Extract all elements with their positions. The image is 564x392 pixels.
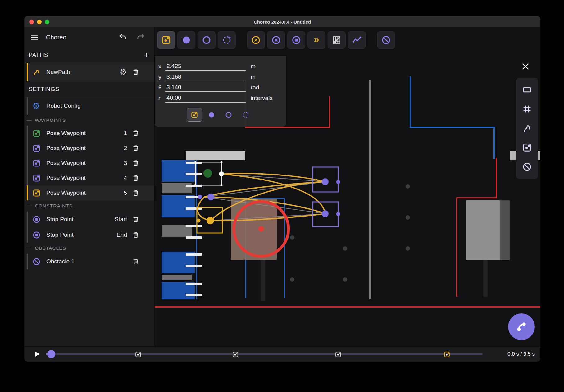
settings-section-header: SETTINGS (24, 81, 154, 97)
close-window-button[interactable] (29, 20, 34, 24)
sidebar-header: Choreo (24, 27, 154, 47)
delete-obstacle-button[interactable] (132, 258, 139, 266)
waypoint-item-5[interactable]: Pose Waypoint 5 (27, 185, 154, 200)
app-name: Choreo (46, 34, 66, 41)
window-title: Choreo 2024.0.4 - Untitled (254, 19, 311, 25)
waypoint-item-4[interactable]: Pose Waypoint 4 (27, 171, 154, 185)
close-icon[interactable] (519, 60, 532, 73)
delete-waypoint-button[interactable] (132, 174, 139, 182)
path-item-newpath[interactable]: NewPath ⚙ (27, 63, 154, 81)
waypoint-type-switcher (158, 108, 282, 122)
pose-waypoint-icon (32, 174, 41, 182)
inspector-row-n: n intervals (158, 92, 282, 103)
pose-waypoint-icon (32, 189, 41, 197)
playback-bar: 0.0 s / 9.5 s (24, 346, 540, 362)
obstacle-tool[interactable] (377, 31, 395, 49)
traffic-lights (29, 16, 49, 27)
menu-icon[interactable] (30, 33, 39, 41)
delete-constraint-button[interactable] (132, 231, 139, 239)
waypoint-item-1[interactable]: Pose Waypoint 1 (27, 126, 154, 141)
delete-constraint-button[interactable] (132, 215, 139, 223)
paths-section-header: PATHS + (24, 47, 154, 63)
velocity-graph-tool[interactable] (348, 31, 366, 49)
straight-line-tool[interactable]: » (307, 31, 325, 49)
waypoint-item-3[interactable]: Pose Waypoint 3 (27, 156, 154, 171)
constraint-item-stop-start[interactable]: Stop Point Start (27, 212, 154, 227)
timeline-waypoint-marker[interactable] (135, 351, 142, 357)
timeline-waypoint-marker[interactable] (232, 351, 239, 357)
pose-waypoint-tool[interactable] (157, 31, 175, 49)
zero-velocity-tool[interactable] (267, 31, 285, 49)
robot-config-gear-icon: ⚙ (32, 102, 41, 110)
obstacle-icon (32, 258, 41, 266)
play-icon[interactable] (33, 350, 41, 358)
initial-guess-type-button[interactable] (238, 108, 253, 122)
obstacle-circle[interactable] (234, 202, 289, 256)
view-layers-panel (516, 78, 538, 179)
intervals-field[interactable] (165, 94, 246, 103)
x-field[interactable] (165, 63, 246, 71)
playback-time: 0.0 s / 9.5 s (488, 351, 535, 357)
obstacles-layer-button[interactable] (517, 157, 537, 176)
stop-point-icon (32, 231, 41, 239)
grid-layer-button[interactable] (517, 99, 537, 119)
speaker-bar-left (186, 151, 245, 160)
titlebar: Choreo 2024.0.4 - Untitled (24, 16, 540, 28)
theta-field[interactable] (165, 84, 246, 92)
pose-waypoint-type-button[interactable] (187, 108, 202, 122)
robot-config-item[interactable]: ⚙ Robot Config (27, 97, 154, 115)
redo-icon[interactable] (136, 33, 145, 42)
zoom-window-button[interactable] (45, 20, 49, 24)
y-field[interactable] (165, 73, 246, 81)
main-toolbar: » (157, 31, 395, 49)
obstacles-group-label: OBSTACLES (24, 243, 154, 254)
stop-point-icon (32, 215, 41, 224)
delete-waypoint-button[interactable] (132, 144, 139, 152)
canvas-waypoint-3[interactable] (207, 194, 214, 200)
obstacle-item-1[interactable]: Obstacle 1 (27, 254, 154, 269)
waypoints-group-label: WAYPOINTS (24, 115, 154, 126)
constraint-item-stop-end[interactable]: Stop Point End (27, 227, 154, 243)
timeline-track[interactable] (46, 353, 483, 355)
trajectory-layer-button[interactable] (517, 119, 537, 138)
empty-waypoint-tool[interactable] (198, 31, 216, 49)
initial-guess-tool[interactable] (218, 31, 236, 49)
no-grid-tool[interactable] (328, 31, 346, 49)
canvas-waypoint-2[interactable] (198, 195, 202, 199)
timeline-waypoint-marker[interactable] (335, 351, 342, 357)
sidebar: Choreo PATHS + NewPath ⚙ (24, 27, 155, 347)
app-window: Choreo 2024.0.4 - Untitled Choreo PATHS … (24, 16, 540, 362)
stop-point-tool[interactable] (287, 31, 305, 49)
waypoint-item-2[interactable]: Pose Waypoint 2 (27, 141, 154, 156)
field-layer-button[interactable] (517, 80, 537, 99)
translation-waypoint-type-button[interactable] (204, 108, 219, 122)
timeline-slider[interactable] (46, 349, 483, 359)
timeline-waypoint-marker-selected[interactable] (443, 351, 450, 357)
pose-waypoint-icon (32, 129, 41, 138)
alliance-wall (162, 160, 202, 299)
velocity-direction-tool[interactable] (247, 31, 265, 49)
timeline-handle[interactable] (47, 350, 55, 358)
waypoints-layer-button[interactable] (517, 138, 537, 157)
stage-right (466, 200, 510, 297)
empty-waypoint-type-button[interactable] (221, 108, 236, 122)
delete-path-button[interactable] (132, 68, 139, 76)
inspector-row-y: y m (158, 71, 282, 81)
path-gear-icon[interactable]: ⚙ (120, 68, 127, 76)
translation-waypoint-tool[interactable] (177, 31, 195, 49)
field-blue-zone-line (410, 76, 494, 159)
constraints-group-label: CONSTRAINTS (24, 200, 154, 212)
field-view: » x m (155, 27, 540, 347)
generate-path-button[interactable] (508, 313, 535, 340)
undo-icon[interactable] (118, 33, 127, 42)
delete-waypoint-button[interactable] (132, 159, 139, 167)
delete-waypoint-button[interactable] (132, 129, 139, 137)
note-spots (290, 184, 410, 282)
minimize-window-button[interactable] (37, 20, 42, 24)
delete-waypoint-button[interactable] (132, 189, 139, 197)
path-icon (32, 68, 41, 76)
desktop: Choreo 2024.0.4 - Untitled Choreo PATHS … (0, 0, 564, 392)
waypoint-inspector: x m y m θ rad n intervals (155, 56, 286, 127)
add-path-button[interactable]: + (143, 51, 149, 59)
inspector-row-theta: θ rad (158, 81, 282, 92)
